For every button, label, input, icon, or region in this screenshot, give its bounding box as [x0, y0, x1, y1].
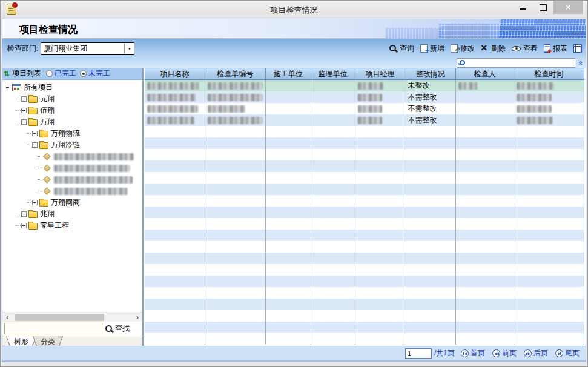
table-row-empty[interactable]: [145, 322, 584, 333]
tree-item-redacted[interactable]: [2, 185, 142, 197]
scroll-right-arrow-icon[interactable]: ›: [133, 313, 142, 322]
column-header-检查人[interactable]: 检查人: [456, 68, 514, 79]
tree-guide: [16, 122, 21, 122]
page-number-input[interactable]: [405, 348, 432, 359]
collapse-chevron-icon[interactable]: «: [578, 61, 584, 65]
expand-toggle-icon[interactable]: [21, 96, 27, 102]
tree-item-万翔冷链[interactable]: 万翔冷链: [2, 139, 142, 151]
redacted-cell-text: [208, 117, 263, 124]
column-header-项目名称[interactable]: 项目名称: [145, 68, 205, 79]
collapse-toggle-icon[interactable]: [32, 142, 38, 148]
column-header-整改情况[interactable]: 整改情况: [405, 68, 456, 79]
minimize-button[interactable]: [512, 1, 533, 14]
table-cell: [266, 80, 311, 91]
maximize-button[interactable]: [533, 1, 553, 14]
toolbar-button-查询[interactable]: 查询: [389, 44, 414, 54]
table-row[interactable]: 不需整改: [145, 91, 584, 103]
chevron-down-icon[interactable]: ▼: [124, 43, 134, 54]
tree-item-label: 零星工程: [40, 220, 69, 231]
table-row-empty[interactable]: [145, 137, 584, 149]
table-row-empty[interactable]: [145, 333, 584, 345]
scrollbar-thumb[interactable]: [15, 314, 104, 321]
expand-toggle-icon[interactable]: [32, 200, 38, 205]
quick-search[interactable]: [457, 58, 576, 68]
expand-toggle-icon[interactable]: [21, 223, 27, 228]
column-header-检查单编号[interactable]: 检查单编号: [205, 68, 266, 79]
project-tree-panel: ⇅ 项目列表 已完工未完工 所有项目元翔佰翔万翔万翔物流万翔冷链万翔网商兆翔零星…: [2, 68, 144, 346]
tree-item-万翔[interactable]: 万翔: [2, 116, 142, 128]
table-cell: [205, 322, 266, 333]
table-row-empty[interactable]: [145, 299, 584, 310]
table-row-empty[interactable]: [145, 276, 584, 287]
table-row[interactable]: 未整改: [145, 80, 584, 91]
toolbar-button-删除[interactable]: 删除: [481, 44, 506, 54]
dept-select[interactable]: 厦门翔业集团 ▼: [41, 42, 134, 55]
table-row-empty[interactable]: [145, 172, 584, 183]
pagination-prev-button[interactable]: ◀◀前页: [492, 348, 517, 359]
table-row-empty[interactable]: [145, 241, 584, 253]
tab-树形[interactable]: 树形: [6, 336, 36, 346]
table-row-empty[interactable]: [145, 253, 584, 264]
expand-toggle-icon[interactable]: [21, 211, 27, 217]
radio-label[interactable]: 未完工: [88, 68, 110, 79]
tree-item-佰翔[interactable]: 佰翔: [2, 105, 142, 116]
pagination-first-button[interactable]: ◀首页: [461, 348, 485, 359]
refresh-icon[interactable]: ⇅: [4, 70, 10, 78]
expand-toggle-icon[interactable]: [21, 108, 27, 113]
expand-toggle-icon[interactable]: [32, 131, 38, 136]
collapse-toggle-icon[interactable]: [5, 85, 10, 90]
table-row-empty[interactable]: [145, 126, 584, 137]
pagination-next-button[interactable]: ▶▶后页: [524, 348, 548, 359]
quick-search-input[interactable]: [467, 59, 576, 67]
column-header-监理单位[interactable]: 监理单位: [311, 68, 355, 79]
tree-item-万翔物流[interactable]: 万翔物流: [2, 128, 142, 139]
tree-item-redacted[interactable]: [2, 174, 142, 185]
scroll-left-arrow-icon[interactable]: ‹: [2, 313, 12, 322]
toolbar-button-修改[interactable]: 修改: [451, 44, 475, 54]
column-header-label: 检查时间: [535, 69, 564, 79]
column-header-项目经理[interactable]: 项目经理: [355, 68, 406, 79]
table-row-empty[interactable]: [145, 160, 584, 172]
table-cell: [514, 160, 584, 172]
table-row-empty[interactable]: [145, 218, 584, 230]
close-button[interactable]: ×: [553, 1, 583, 14]
table-row-empty[interactable]: [145, 264, 584, 276]
tree-item-元翔[interactable]: 元翔: [2, 93, 142, 105]
tab-分类[interactable]: 分类: [33, 336, 63, 346]
scrollbar-track[interactable]: [12, 313, 133, 322]
tree-item-万翔网商[interactable]: 万翔网商: [2, 197, 142, 208]
column-header-检查时间[interactable]: 检查时间: [514, 68, 584, 79]
table-row[interactable]: 不需整改: [145, 114, 584, 126]
tree-item-兆翔[interactable]: 兆翔: [2, 208, 142, 220]
table-cell: [355, 195, 406, 207]
tree-item-redacted[interactable]: [2, 162, 142, 174]
column-header-施工单位[interactable]: 施工单位: [266, 68, 311, 79]
table-row-empty[interactable]: [145, 287, 584, 299]
find-input[interactable]: [4, 323, 102, 334]
radio-已完工[interactable]: [46, 70, 53, 77]
collapse-toggle-icon[interactable]: [21, 119, 27, 125]
tree-horizontal-scrollbar[interactable]: ‹ ›: [2, 312, 142, 322]
table-cell: [205, 333, 266, 345]
toolbar-button-新增[interactable]: 新增: [420, 44, 444, 54]
table-row-empty[interactable]: [145, 310, 584, 322]
toolbar-button-查看[interactable]: 查看: [512, 44, 538, 54]
toolbar-button-报表[interactable]: 报表: [544, 44, 567, 54]
table-row-empty[interactable]: [145, 195, 584, 207]
table-row-empty[interactable]: [145, 149, 584, 160]
toolbar-button-column-settings[interactable]: [573, 44, 582, 53]
table-row-empty[interactable]: [145, 183, 584, 195]
radio-label[interactable]: 已完工: [55, 68, 76, 79]
table-row-empty[interactable]: [145, 207, 584, 218]
table-row[interactable]: 不需整改: [145, 103, 584, 114]
find-button[interactable]: 查找: [105, 323, 130, 334]
table-cell: [514, 137, 584, 149]
tree-item-redacted[interactable]: [2, 151, 142, 162]
radio-未完工[interactable]: [80, 70, 87, 77]
table-row-empty[interactable]: [145, 230, 584, 241]
pagination-last-button[interactable]: ▶尾页: [555, 348, 580, 359]
table-cell: [311, 299, 355, 310]
tree-item-零星工程[interactable]: 零星工程: [2, 220, 142, 231]
toolbar-button-label: 新增: [430, 44, 444, 54]
tree-item-所有项目[interactable]: 所有项目: [2, 82, 142, 93]
